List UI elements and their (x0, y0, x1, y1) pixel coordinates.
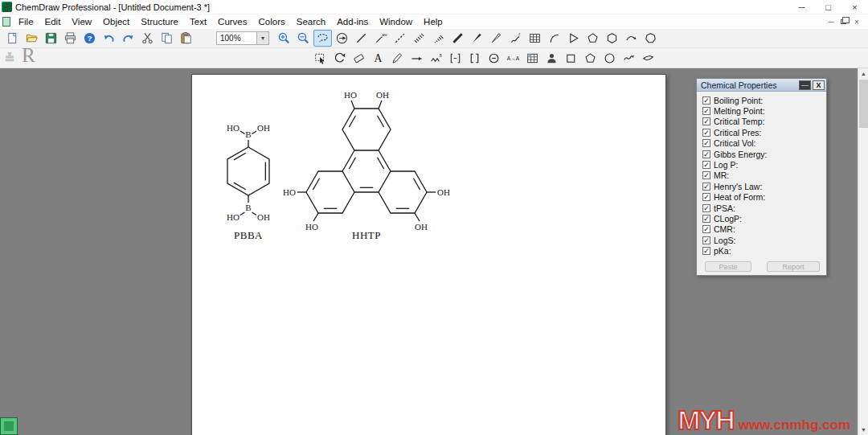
panel-header[interactable]: Chemical Properties — X (697, 79, 826, 92)
document-page[interactable]: B HO OH B HO OH PBBA (191, 74, 666, 435)
marquee-arrow-tool[interactable] (333, 30, 351, 47)
charge-minus-tool[interactable] (485, 50, 503, 67)
title-bar[interactable]: ChemDraw Professional - [Untitled Docume… (0, 0, 868, 14)
r-template-label[interactable]: R (22, 47, 35, 64)
property-checkbox[interactable]: ✓ (702, 96, 710, 105)
pbba-caption[interactable]: PBBA (216, 229, 280, 242)
property-checkbox[interactable]: ✓ (702, 183, 710, 191)
zoom-dropdown-arrow[interactable]: ▾ (256, 32, 268, 44)
document-close-button[interactable]: × (850, 16, 863, 27)
atom-label[interactable]: HO (344, 90, 357, 100)
copy-button[interactable] (158, 30, 176, 47)
menu-structure[interactable]: Structure (135, 15, 184, 28)
print-button[interactable] (61, 30, 80, 47)
redo-button[interactable] (119, 30, 137, 47)
zoom-in-button[interactable] (275, 30, 293, 47)
lasso-tool[interactable] (313, 30, 332, 47)
acyclic-chain-tool[interactable] (564, 30, 583, 47)
property-checkbox[interactable]: ✓ (702, 204, 710, 212)
hhtp-bonds[interactable] (297, 101, 436, 221)
property-checkbox[interactable]: ✓ (702, 107, 710, 115)
property-checkbox[interactable]: ✓ (702, 247, 710, 255)
eraser-tool[interactable] (350, 50, 368, 67)
pbba-atom-labels[interactable]: B HO OH B HO OH (227, 123, 270, 222)
reaction-arrow-tool[interactable] (407, 50, 426, 67)
solid-bond-tool[interactable] (352, 30, 371, 47)
atom-label[interactable]: OH (257, 123, 270, 133)
panel-minimize-button[interactable]: — (799, 80, 811, 90)
wedge-bond-tool[interactable] (468, 30, 486, 47)
cycloheptane-tool[interactable] (641, 30, 660, 47)
property-checkbox[interactable]: ✓ (702, 161, 710, 169)
bold-bond-tool[interactable] (448, 30, 467, 47)
scrollbar-thumb[interactable] (859, 80, 868, 128)
window-maximize-button[interactable]: □ (815, 0, 841, 14)
cyclopentane-tool[interactable] (583, 30, 602, 47)
circle-shape-tool[interactable] (600, 50, 619, 67)
new-document-button[interactable] (3, 30, 22, 47)
menu-colors[interactable]: Colors (253, 15, 291, 28)
property-checkbox[interactable]: ✓ (702, 236, 710, 244)
window-minimize-button[interactable]: ─ (788, 0, 815, 14)
dashed-bond-tool[interactable] (391, 30, 409, 47)
cut-button[interactable] (138, 30, 157, 47)
atom-label[interactable]: HO (227, 123, 240, 133)
structure-library-tool[interactable] (542, 50, 561, 67)
property-checkbox[interactable]: ✓ (702, 150, 710, 158)
square-bracket-tool[interactable] (465, 50, 484, 67)
zoom-combobox[interactable]: 100% ▾ (216, 31, 269, 45)
atom-label[interactable]: B (245, 203, 251, 212)
menu-object[interactable]: Object (97, 15, 135, 28)
square-shape-tool[interactable] (562, 50, 580, 67)
help-button[interactable]: ? (80, 30, 99, 47)
menu-edit[interactable]: Edit (39, 15, 67, 28)
atom-label[interactable]: OH (376, 90, 389, 100)
menu-curves[interactable]: Curves (212, 15, 252, 28)
atom-label[interactable]: HO (227, 212, 240, 222)
menu-search[interactable]: Search (291, 15, 331, 28)
pen-tool[interactable] (388, 50, 407, 67)
property-checkbox[interactable]: ✓ (702, 225, 710, 233)
hhtp-structure[interactable]: HO OH HO OH HO OH (278, 87, 455, 240)
bracket-tool[interactable] (446, 50, 465, 67)
property-checkbox[interactable]: ✓ (702, 129, 710, 137)
menu-file[interactable]: File (13, 15, 39, 28)
hashed-wedge-bond-tool[interactable] (429, 30, 448, 47)
hollow-wedge-bond-tool[interactable] (487, 30, 506, 47)
atom-label[interactable]: OH (257, 212, 270, 222)
pentagon-shape-tool[interactable] (581, 50, 600, 67)
scroll-up-button[interactable]: ▲ (858, 68, 868, 79)
wavy-bond-tool[interactable]: 2 (506, 30, 525, 47)
menu-add-ins[interactable]: Add-ins (331, 15, 374, 28)
stamp-icon[interactable] (2, 50, 17, 68)
atom-to-atom-map-tool[interactable]: A→A (504, 50, 522, 67)
marquee-select-tool[interactable] (311, 50, 330, 67)
paste-properties-button[interactable]: Paste (705, 261, 751, 272)
save-button[interactable] (42, 30, 60, 47)
atom-label[interactable]: OH (437, 187, 450, 197)
menu-help[interactable]: Help (418, 15, 448, 28)
scroll-down-button[interactable]: ▼ (858, 425, 868, 435)
rotate-tool[interactable] (330, 50, 349, 67)
atom-label[interactable]: B (245, 129, 251, 139)
property-checkbox[interactable]: ✓ (702, 171, 710, 179)
window-close-button[interactable]: × (841, 0, 868, 14)
zoom-out-button[interactable] (294, 30, 313, 47)
hhtp-caption[interactable]: HHTP (334, 229, 399, 242)
templates-tool[interactable] (523, 50, 542, 67)
table-tool[interactable] (526, 30, 544, 47)
panel-close-button[interactable]: X (813, 80, 825, 90)
curved-arrow-tool[interactable] (622, 30, 641, 47)
document-minimize-button[interactable]: ─ (825, 16, 837, 27)
document-restore-icon[interactable] (837, 16, 850, 27)
property-checkbox[interactable]: ✓ (702, 117, 710, 125)
property-checkbox[interactable]: ✓ (702, 139, 710, 147)
arc-tool[interactable] (545, 30, 563, 47)
vertical-scrollbar[interactable]: ▲ ▼ (858, 68, 868, 435)
atom-label[interactable]: HO (283, 187, 296, 197)
report-properties-button[interactable]: Report (767, 261, 820, 272)
property-checkbox[interactable]: ✓ (702, 193, 710, 201)
menu-window[interactable]: Window (374, 15, 418, 28)
hashed-bond-tool[interactable] (410, 30, 428, 47)
chair-template-tool[interactable] (639, 50, 657, 67)
